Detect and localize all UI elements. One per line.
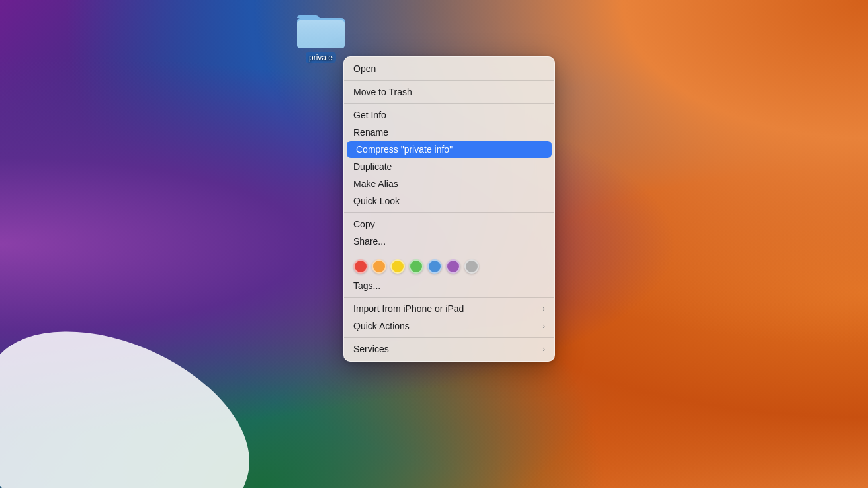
context-menu: Open Move to Trash Get Info Rename Compr… bbox=[343, 56, 555, 362]
menu-item-open[interactable]: Open bbox=[344, 60, 554, 77]
tag-dot-blue[interactable] bbox=[427, 259, 442, 274]
menu-item-compress[interactable]: Compress "private info" bbox=[347, 141, 552, 158]
divider-4 bbox=[344, 253, 554, 253]
menu-item-rename-label: Rename bbox=[353, 127, 545, 138]
menu-item-make-alias-label: Make Alias bbox=[353, 179, 545, 189]
tag-dot-red[interactable] bbox=[353, 259, 368, 274]
menu-item-compress-label: Compress "private info" bbox=[356, 144, 542, 155]
tag-dot-orange[interactable] bbox=[372, 259, 386, 274]
divider-2 bbox=[344, 103, 554, 104]
menu-item-import-iphone[interactable]: Import from iPhone or iPad › bbox=[344, 300, 554, 317]
menu-item-tags-label: Tags... bbox=[353, 280, 545, 291]
folder-label: private bbox=[306, 52, 336, 63]
folder-icon bbox=[297, 10, 345, 50]
menu-item-services-label: Services bbox=[353, 344, 537, 354]
menu-item-get-info[interactable]: Get Info bbox=[344, 106, 554, 124]
menu-item-quick-actions[interactable]: Quick Actions › bbox=[344, 317, 554, 335]
svg-rect-2 bbox=[297, 20, 345, 48]
import-submenu-arrow: › bbox=[542, 304, 545, 313]
menu-item-quick-look-label: Quick Look bbox=[353, 196, 545, 206]
divider-6 bbox=[344, 337, 554, 338]
menu-item-copy-label: Copy bbox=[353, 219, 545, 229]
tags-color-row bbox=[344, 256, 554, 277]
menu-item-import-label: Import from iPhone or iPad bbox=[353, 304, 537, 314]
menu-item-trash-label: Move to Trash bbox=[353, 87, 545, 97]
menu-item-get-info-label: Get Info bbox=[353, 110, 545, 120]
menu-item-copy[interactable]: Copy bbox=[344, 216, 554, 233]
menu-item-make-alias[interactable]: Make Alias bbox=[344, 175, 554, 192]
menu-item-open-label: Open bbox=[353, 63, 545, 74]
menu-item-move-to-trash[interactable]: Move to Trash bbox=[344, 83, 554, 101]
menu-item-share-label: Share... bbox=[353, 236, 545, 247]
tag-dot-green[interactable] bbox=[409, 259, 423, 274]
menu-item-rename[interactable]: Rename bbox=[344, 124, 554, 141]
divider-1 bbox=[344, 80, 554, 81]
menu-item-quick-look[interactable]: Quick Look bbox=[344, 192, 554, 210]
menu-item-services[interactable]: Services › bbox=[344, 341, 554, 358]
tag-dot-purple[interactable] bbox=[446, 259, 460, 274]
menu-item-tags[interactable]: Tags... bbox=[344, 277, 554, 294]
divider-5 bbox=[344, 297, 554, 298]
services-submenu-arrow: › bbox=[542, 345, 545, 354]
menu-item-share[interactable]: Share... bbox=[344, 233, 554, 250]
menu-item-duplicate[interactable]: Duplicate bbox=[344, 158, 554, 175]
folder-item[interactable]: private bbox=[294, 10, 347, 63]
tag-dot-gray[interactable] bbox=[464, 259, 479, 274]
tag-dot-yellow[interactable] bbox=[390, 259, 405, 274]
menu-item-duplicate-label: Duplicate bbox=[353, 161, 545, 172]
divider-3 bbox=[344, 212, 554, 213]
quick-actions-submenu-arrow: › bbox=[542, 321, 545, 331]
menu-item-quick-actions-label: Quick Actions bbox=[353, 321, 537, 331]
